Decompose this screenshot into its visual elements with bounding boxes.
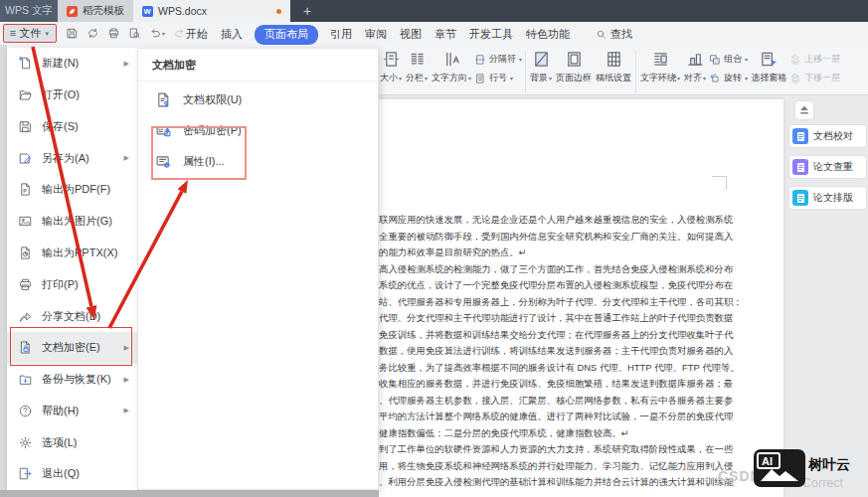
submenu-arrow-icon: ▶ [124, 407, 129, 414]
ribbon-item-text-direction[interactable]: 文字方向▾ [431, 49, 472, 85]
submenu-item-doc-permission[interactable]: 文档权限(U) [138, 84, 378, 115]
print-button[interactable] [107, 27, 120, 40]
ribbon-item-layer-up[interactable]: 上移一层 [789, 53, 840, 66]
ribbon-item-text-wrap[interactable]: 文字环绕▾ [639, 49, 681, 85]
file-menu-item-export-pdf[interactable]: P输出为PDF(F) [7, 174, 137, 206]
doc-line[interactable]: 平均的方法计算整个网络系统的健康值。进行了两种对比试验，一是不分层的免疫代理 [379, 409, 743, 425]
chevron-down-icon: ▾ [510, 75, 513, 82]
doc-line[interactable]: 系统的优点，设计了一个完整免疫代理分层布置的入侵检测系统模型，免疫代理分布在 [379, 277, 743, 294]
search-button[interactable]: 查找 [596, 27, 632, 42]
doc-line[interactable]: 、代理服务器主机参数，接入层、汇聚层、核心层网络参数，私有云中各服务器主要参 [379, 393, 743, 410]
file-menu-item-backup-restore[interactable]: 备份与恢复(K)▶ [7, 364, 137, 396]
file-menu-item-options[interactable]: 选项(L) [7, 426, 137, 458]
ribbon-item-line-number[interactable]: 行号▾ [474, 72, 522, 84]
sidebar-button-paper-typeset[interactable]: 论文排版 [789, 187, 866, 209]
file-menu-item-exit[interactable]: 退出(Q) [7, 458, 137, 490]
columns-icon [408, 50, 427, 69]
sidebar-button-label: 论文查重 [813, 160, 853, 174]
sidebar-button-proofread[interactable]: 文档校对 [789, 125, 866, 147]
ribbon-item-grid-paper[interactable]: 稿纸设置 [595, 49, 632, 85]
file-menu-item-encrypt[interactable]: 文档加密(E)▶ [7, 332, 137, 364]
file-menu-item-save[interactable]: 保存(S) [7, 111, 137, 143]
doc-line[interactable]: 免疫训练，并将数据和训练结果交给分支代理；在代理服务器上的分支代理收集叶子代 [379, 327, 743, 344]
file-menu-item-print[interactable]: 打印(P) [7, 268, 137, 300]
tab-审阅[interactable]: 审阅 [364, 26, 388, 43]
ribbon-item-label: 文字方向▾ [432, 72, 471, 84]
file-menu-item-help[interactable]: 帮助(H)▶ [7, 395, 137, 426]
file-menu-item-save-as[interactable]: 另存为(A)▶ [7, 142, 137, 174]
ribbon-item-page-border[interactable]: 页面边框 [555, 49, 593, 85]
doc-line[interactable]: 站、代理服务器和专用服务器上，分别称为叶子代理、分支代理和主干代理，各司其职； [379, 294, 743, 311]
file-menu-item-export-image[interactable]: 输出为图片(G) [7, 206, 137, 238]
file-menu-button[interactable]: ≡ 文件 ▼ [3, 24, 57, 43]
tab-docer-template[interactable]: 稻壳模板 [58, 0, 133, 22]
tab-wps-docx[interactable]: W WPS.docx [133, 0, 290, 22]
file-menu-item-label: 文档加密(E) [42, 340, 100, 355]
ribbon-item-rotate[interactable]: 旋转▾ [709, 72, 748, 84]
doc-line[interactable]: 、利用分层免疫入侵检测代理的基础计算和训练能力并结合云计算的强大计算和训练能 [379, 474, 743, 491]
file-menu-item-share-doc[interactable]: 分享文档(D) [7, 300, 137, 332]
sidebar-button-plagiarism-check[interactable]: 论文查重 [789, 156, 866, 178]
ribbon-stack: 组合▾旋转▾ [709, 49, 748, 84]
ribbon-item-layer-down[interactable]: 下移一层 [789, 72, 840, 84]
ribbon-item-background[interactable]: 背景▾ [529, 49, 553, 85]
submenu-arrow-icon: ▶ [124, 344, 129, 352]
file-menu-item-label: 新建(N) [42, 56, 79, 71]
chevron-down-icon: ▾ [468, 75, 471, 82]
print-preview-button[interactable] [128, 27, 141, 40]
doc-line[interactable]: 收集相应的服务数据，并进行免疫训练、免疫细胞繁殖，结果发送到数据库服务器；最 [379, 376, 743, 393]
doc-line[interactable]: 用，将生物免疫系统和神经网络系统的并行处理能力、学习能力、记忆能力应用到入侵 [379, 458, 743, 475]
file-menu-item-label: 输出为图片(G) [42, 214, 112, 229]
doc-line[interactable]: 务比较重，为了提高效率根据不同的服务设计有 DNS 代理、HTTP 代理、FTP… [379, 360, 743, 377]
undo-button[interactable]: ▾ [149, 27, 165, 40]
svg-text:P: P [23, 188, 27, 194]
properties-icon [155, 153, 172, 170]
svg-text:AI: AI [762, 455, 773, 467]
tab-开始[interactable]: 开始 [185, 26, 209, 43]
submenu-item-label: 属性(I)... [183, 154, 225, 169]
file-menu-item-open[interactable]: 打开(O) [7, 80, 137, 111]
new-tab-button[interactable]: + [303, 4, 311, 18]
ribbon-toolbar: 大小▾分栏▾文字方向▾分隔符▾行号▾背景▾页面边框稿纸设置文字环绕▾对齐▾组合▾… [379, 47, 868, 96]
doc-line[interactable]: 的能力和效率是目前研究的热点。↵ [379, 245, 743, 261]
tab-视图[interactable]: 视图 [399, 26, 423, 43]
chevron-down-icon: ▾ [745, 56, 748, 63]
doc-line[interactable]: 代理、分支代理和主干代理功能进行了设计，其中在普通工作站上的叶子代理负责数据 [379, 310, 743, 327]
app-tab-wps[interactable]: WPS 文字 [0, 0, 58, 22]
ribbon-item-group[interactable]: 组合▾ [709, 53, 748, 66]
ribbon-item-columns[interactable]: 分栏▾ [405, 49, 429, 85]
collapse-panel-button[interactable] [795, 101, 813, 119]
ribbon-item-page-size[interactable]: 大小▾ [379, 49, 403, 85]
svg-text:W: W [143, 7, 151, 16]
permission-icon [155, 91, 172, 108]
tab-引用[interactable]: 引用 [329, 26, 353, 43]
submenu-item-label: 文档权限(U) [183, 92, 242, 107]
output-button[interactable] [87, 27, 99, 40]
doc-line[interactable]: 全重要的被动防御手段，受到国内外信息安全研究机构和安全厂商的关注。如何提高入 [379, 229, 743, 246]
ribbon-item-separator[interactable]: 分隔符▾ [474, 53, 522, 66]
tab-docer-label: 稻壳模板 [83, 4, 124, 18]
submenu-item-properties[interactable]: 属性(I)... [138, 146, 378, 177]
doc-line[interactable]: 高入侵检测系统的检测能力，做了三个方面的工作，首先结合免疫入侵检测系统和分布 [379, 261, 743, 278]
tab-特色功能[interactable]: 特色功能 [525, 26, 571, 43]
tab-页面布局[interactable]: 页面布局 [255, 25, 318, 45]
tab-插入[interactable]: 插入 [220, 26, 244, 43]
file-menu-item-export-pptx[interactable]: 输出为PPTX(X) [7, 238, 137, 269]
file-menu-item-new[interactable]: 新建(N)▶ [7, 48, 137, 80]
label-text: 文字环绕 [640, 72, 676, 84]
separator-icon [474, 54, 486, 66]
tab-章节[interactable]: 章节 [434, 26, 457, 43]
doc-line[interactable]: 到了工作单位的软硬件资源和人力资源的大力支持，系统研究取得阶段性成果，在一些 [379, 441, 743, 458]
file-menu-item-label: 输出为PDF(F) [42, 182, 110, 197]
margin-corner-mark [726, 176, 727, 190]
file-menu-item-label: 打开(O) [42, 87, 80, 102]
doc-line[interactable]: 联网应用的快速发展，无论是企业还是个人用户越来越重视信息的安全，入侵检测系统 [379, 212, 743, 229]
save-button[interactable] [66, 27, 79, 40]
submenu-item-password-encrypt[interactable]: 密码加密(P) [138, 115, 378, 146]
plagiarism-check-icon [792, 159, 808, 175]
ribbon-item-align[interactable]: 对齐▾ [683, 49, 707, 85]
tab-开发工具[interactable]: 开发工具 [468, 26, 514, 43]
ribbon-item-selection-pane[interactable]: 选择窗格 [750, 49, 787, 85]
doc-line[interactable]: 健康指数偏低；二是分层的免疫代理系统，健康指数较高。↵ [379, 425, 743, 442]
doc-line[interactable]: 数据，使用免疫算法进行训练，将训练结果发送到服务器；主干代理负责对服务器的入 [379, 343, 743, 360]
